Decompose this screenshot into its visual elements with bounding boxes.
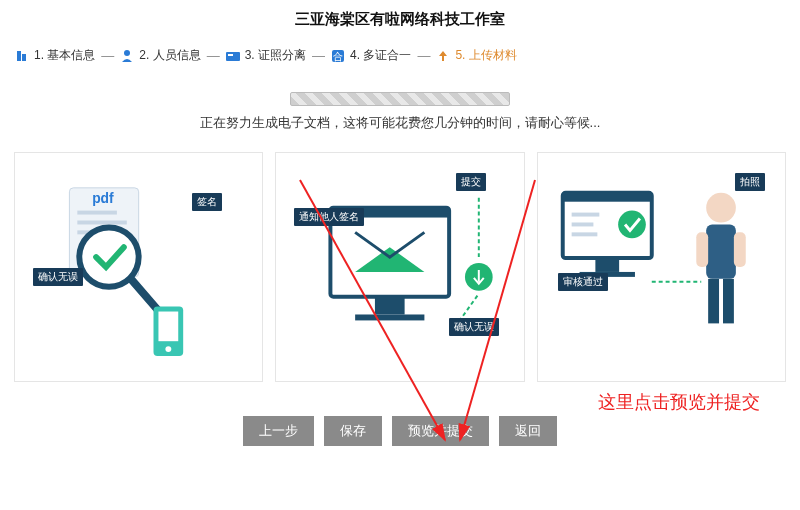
svg-rect-8 bbox=[77, 211, 117, 215]
upload-icon bbox=[435, 48, 451, 64]
step-4[interactable]: 合 4. 多证合一 bbox=[330, 47, 411, 64]
svg-point-25 bbox=[618, 211, 646, 239]
svg-rect-27 bbox=[571, 222, 593, 226]
svg-rect-28 bbox=[571, 232, 597, 236]
svg-rect-24 bbox=[562, 193, 651, 202]
step-5-active[interactable]: 5. 上传材料 bbox=[435, 47, 516, 64]
svg-rect-26 bbox=[571, 213, 599, 217]
svg-rect-9 bbox=[77, 221, 126, 225]
prev-button[interactable]: 上一步 bbox=[243, 416, 314, 446]
step-label: 4. 多证合一 bbox=[350, 47, 411, 64]
pdf-label: pdf bbox=[92, 190, 114, 206]
progress-bar bbox=[290, 92, 510, 106]
tag-pass: 审核通过 bbox=[558, 273, 608, 291]
svg-rect-14 bbox=[158, 312, 178, 342]
step-label: 2. 人员信息 bbox=[139, 47, 200, 64]
tag-shoot: 拍照 bbox=[735, 173, 765, 191]
id-card-icon bbox=[225, 48, 241, 64]
svg-text:合: 合 bbox=[333, 51, 343, 62]
illustration-cards: pdf 签名 确认无误 提交 通知他人签名 确认无误 bbox=[14, 152, 786, 382]
svg-point-15 bbox=[165, 346, 171, 352]
page-title: 三亚海棠区有啦网络科技工作室 bbox=[0, 0, 800, 47]
step-2[interactable]: 2. 人员信息 bbox=[119, 47, 200, 64]
card-step-1: pdf 签名 确认无误 bbox=[14, 152, 263, 382]
step-label: 5. 上传材料 bbox=[455, 47, 516, 64]
save-button[interactable]: 保存 bbox=[324, 416, 382, 446]
step-separator: — bbox=[312, 48, 324, 63]
tag-confirm: 确认无误 bbox=[449, 318, 499, 336]
tag-sign: 签名 bbox=[192, 193, 222, 211]
svg-rect-35 bbox=[708, 279, 719, 324]
svg-rect-4 bbox=[228, 54, 233, 56]
annotation-text: 这里点击预览并提交 bbox=[598, 390, 760, 414]
svg-rect-33 bbox=[696, 232, 708, 267]
step-label: 3. 证照分离 bbox=[245, 47, 306, 64]
back-button[interactable]: 返回 bbox=[499, 416, 557, 446]
action-buttons: 上一步 保存 预览并提交 返回 bbox=[0, 416, 800, 446]
tag-confirm: 确认无误 bbox=[33, 268, 83, 286]
card-step-3: 拍照 审核通过 bbox=[537, 152, 786, 382]
step-3[interactable]: 3. 证照分离 bbox=[225, 47, 306, 64]
svg-rect-34 bbox=[734, 232, 746, 267]
svg-rect-1 bbox=[22, 54, 26, 61]
svg-point-2 bbox=[124, 50, 130, 56]
svg-point-31 bbox=[706, 193, 736, 223]
svg-rect-3 bbox=[226, 52, 240, 61]
step-1[interactable]: 1. 基本信息 bbox=[14, 47, 95, 64]
merge-icon: 合 bbox=[330, 48, 346, 64]
step-separator: — bbox=[417, 48, 429, 63]
svg-rect-36 bbox=[723, 279, 734, 324]
step-separator: — bbox=[207, 48, 219, 63]
svg-rect-0 bbox=[17, 51, 21, 61]
loading-text: 正在努力生成电子文档，这将可能花费您几分钟的时间，请耐心等候... bbox=[0, 114, 800, 132]
step-separator: — bbox=[101, 48, 113, 63]
preview-submit-button[interactable]: 预览并提交 bbox=[392, 416, 489, 446]
svg-rect-19 bbox=[355, 314, 424, 320]
step-label: 1. 基本信息 bbox=[34, 47, 95, 64]
step-bar: 1. 基本信息 — 2. 人员信息 — 3. 证照分离 — 合 4. 多证合一 … bbox=[0, 47, 800, 74]
building-icon bbox=[14, 48, 30, 64]
card-step-2: 提交 通知他人签名 确认无误 bbox=[275, 152, 524, 382]
tag-notify: 通知他人签名 bbox=[294, 208, 364, 226]
person-icon bbox=[119, 48, 135, 64]
tag-submit: 提交 bbox=[456, 173, 486, 191]
svg-rect-32 bbox=[706, 224, 736, 278]
svg-rect-18 bbox=[375, 297, 405, 315]
svg-rect-29 bbox=[595, 258, 619, 272]
